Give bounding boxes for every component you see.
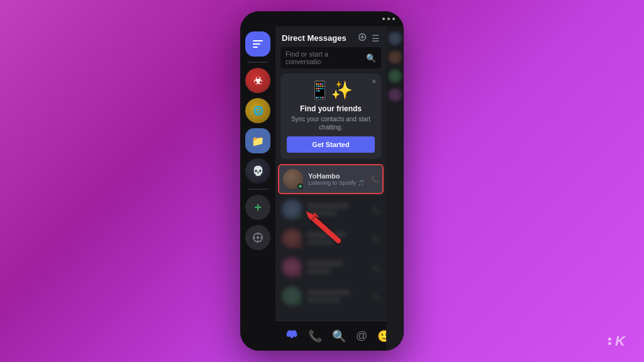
dm-item-yohambo[interactable]: YoHambo Listening to Spotify 🎵 📞 [278,164,384,194]
avatar-5 [282,286,302,306]
right-avatar-4 [388,88,402,102]
right-avatar-3 [388,69,402,83]
online-indicator-3 [296,243,302,248]
server-divider [248,62,268,63]
get-started-button[interactable]: Get Started [287,136,375,153]
dm-panel: Direct Messages ☰ Find or start a conver… [275,26,386,351]
server-icon-1[interactable]: ☣ [245,68,270,93]
status-dot [392,18,395,20]
card-title: Find your friends [287,104,375,113]
dm-action-3[interactable]: 📞 [372,235,380,242]
svg-rect-0 [253,40,263,41]
online-indicator [297,184,303,189]
nav-discord-icon[interactable] [280,326,303,346]
search-bar[interactable]: Find or start a conversatio 🔍 [280,47,381,69]
right-panel [386,26,404,351]
add-server-button[interactable]: + [245,195,270,220]
bottom-nav: 📞 🔍 @ 🙂 [275,321,386,351]
dm-item-5[interactable]: 📞 [278,282,384,310]
search-icon: 🔍 [366,53,376,63]
nav-emoji-icon[interactable]: 🙂 [372,327,386,346]
online-indicator-4 [296,272,302,277]
discover-server-button[interactable] [245,225,270,250]
dm-item-4[interactable]: 📞 [278,253,384,281]
card-subtitle: Sync your contacts and start chatting. [287,115,375,131]
svg-rect-10 [360,36,364,38]
blurred-name-5 [307,290,350,295]
blurred-name-3 [307,232,346,238]
online-indicator-5 [296,300,302,306]
watermark-dot-2 [608,342,611,345]
server-divider-2 [248,189,268,190]
new-dm-icon[interactable] [358,33,367,43]
dm-status-yohambo: Listening to Spotify 🎵 [308,180,366,186]
right-avatar-2 [388,50,402,64]
dm-info-5 [307,290,367,302]
dm-header: Direct Messages ☰ [275,26,386,47]
svg-point-4 [257,236,259,239]
dm-action-yohambo[interactable]: 📞 [371,176,379,183]
menu-icon[interactable]: ☰ [372,33,380,43]
watermark-dots [608,337,611,345]
nav-mentions-icon[interactable]: @ [351,327,372,345]
avatar-2 [282,199,302,219]
nav-search-icon[interactable]: 🔍 [327,327,351,346]
status-bar [240,11,404,26]
server-icon-dm[interactable] [245,31,270,57]
blurred-status-5 [307,298,340,302]
watermark-dot [608,337,611,341]
svg-rect-2 [253,47,258,48]
dm-list: YoHambo Listening to Spotify 🎵 📞 [275,164,386,321]
dm-action-2[interactable]: 📞 [372,206,380,213]
dm-info-4 [307,261,367,273]
dm-action-4[interactable]: 📞 [372,264,380,271]
right-avatar-1 [388,31,402,45]
dm-title: Direct Messages [282,33,347,43]
dm-name-yohambo: YoHambo [308,172,366,180]
phone-container: ☣ 🌐 📁 💀 + [240,11,404,351]
blurred-status-3 [307,240,334,244]
header-icons: ☰ [358,33,380,43]
dm-info-yohambo: YoHambo Listening to Spotify 🎵 [308,172,366,186]
status-dot [387,18,390,20]
dm-action-5[interactable]: 📞 [372,293,380,300]
card-illustration: 📱✨ [287,80,375,101]
online-indicator-2 [296,214,302,219]
card-close-button[interactable]: × [372,77,376,86]
server-icon-3[interactable]: 📁 [245,128,270,153]
blurred-status-4 [307,269,331,273]
dm-info-2 [307,203,367,216]
dm-info-3 [307,232,367,244]
server-sidebar: ☣ 🌐 📁 💀 + [240,26,275,351]
blurred-name-4 [307,261,343,266]
dm-item-3[interactable]: 📞 [278,224,384,252]
nav-call-icon[interactable]: 📞 [303,327,327,346]
main-content: ☣ 🌐 📁 💀 + [240,26,404,351]
avatar-4 [282,257,302,277]
watermark-letter: K [615,333,625,349]
avatar-yohambo [283,169,303,189]
server-icon-4[interactable]: 💀 [245,158,270,184]
find-friends-card: × 📱✨ Find your friends Sync your contact… [280,74,381,159]
dm-item-2[interactable]: 📞 [278,195,384,223]
watermark: K [608,333,625,349]
search-input[interactable]: Find or start a conversatio [286,50,362,65]
svg-rect-1 [253,43,260,45]
blurred-name-2 [307,203,349,209]
avatar-3 [282,228,302,248]
blurred-status-2 [307,211,337,216]
server-icon-2[interactable]: 🌐 [245,98,270,123]
status-dot [382,18,385,20]
